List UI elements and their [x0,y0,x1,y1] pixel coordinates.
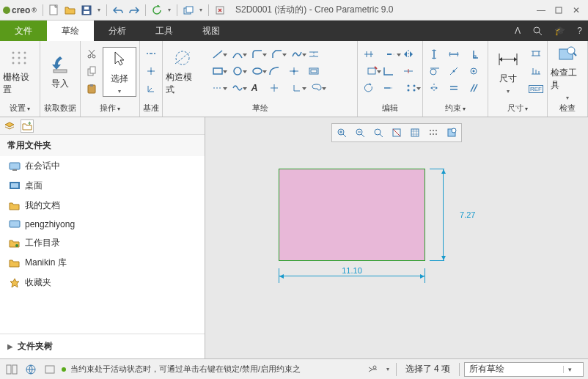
folder-item-user[interactable]: pengzhiyong [0,216,205,233]
ellipse-tool-icon[interactable] [246,64,268,78]
delete-seg-icon[interactable] [361,64,383,78]
folder-item-manikin[interactable]: Manikin 库 [0,253,205,273]
group-constraint-label[interactable]: 约束 [426,101,485,115]
project-tool-icon[interactable] [286,64,302,78]
zoom-out-icon[interactable] [352,125,368,140]
folder-tree-header[interactable]: ▶ 文件夹树 [0,334,205,358]
repaint-icon[interactable] [389,125,405,140]
rectangle-tool-icon[interactable] [207,64,229,78]
help-icon[interactable]: ? [571,21,588,41]
group-dimension-label[interactable]: 尺寸 [491,101,544,115]
zoom-in-icon[interactable] [334,125,350,140]
ribbon-collapse-icon[interactable]: ᐱ [509,21,526,41]
spline-tool-icon[interactable] [286,47,308,62]
chevron-down-icon[interactable]: ▾ [563,366,583,373]
height-dimension[interactable]: 7.27 [430,169,444,261]
vertical-constraint-icon[interactable] [426,47,442,62]
save-icon[interactable] [79,3,94,18]
sketcher-display-icon[interactable] [444,125,460,140]
search-icon[interactable] [526,21,548,41]
cut-icon[interactable] [84,46,100,61]
datum-point-icon[interactable] [143,64,159,78]
windows-dropdown-icon[interactable]: ▾ [197,3,205,18]
sb-browser-icon[interactable] [23,363,38,376]
ordinate-dim-icon[interactable] [528,64,544,78]
selection-filter-combo[interactable]: 所有草绘 ▾ [464,362,584,377]
folder-item-session[interactable]: 在会话中 [0,156,205,176]
regen-dropdown-icon[interactable]: ▾ [166,3,173,18]
group-operate-label[interactable]: 操作 [84,101,136,115]
folder-item-workdir[interactable]: 工作目录 [0,233,205,253]
perpendicular-constraint-icon[interactable] [466,47,482,62]
find-icon[interactable] [365,363,380,376]
sine-tool-icon[interactable] [227,81,249,95]
palette-tool-icon[interactable] [306,81,328,95]
tab-view[interactable]: 视图 [188,21,235,41]
parallel-constraint-icon[interactable] [466,81,482,95]
corner-icon[interactable] [381,64,397,78]
import-button[interactable]: 导入 [43,54,77,90]
trim-icon[interactable] [381,47,403,62]
folder-tab-icon[interactable] [21,119,34,133]
redo-icon[interactable] [127,3,142,18]
symmetric-constraint-icon[interactable] [426,81,442,95]
modify-icon[interactable] [361,47,377,62]
folder-item-favorites[interactable]: 收藏夹 [0,273,205,292]
point-tool-icon[interactable] [266,81,282,95]
sb-model-tree-icon[interactable] [4,363,19,376]
centerline-icon[interactable] [143,46,159,61]
midpoint-constraint-icon[interactable] [446,64,462,78]
close-doc-icon[interactable] [213,3,227,18]
save-dropdown-icon[interactable]: ▾ [95,3,103,18]
arc-tool-icon[interactable] [227,47,249,62]
window-maximize-icon[interactable] [550,3,567,18]
coord-sys-icon[interactable] [143,81,159,96]
tab-tools[interactable]: 工具 [141,21,188,41]
offset-tool-icon[interactable] [306,47,322,62]
sketch-rectangle[interactable] [279,169,425,261]
fillet-tool-icon[interactable] [246,47,268,62]
tab-analysis[interactable]: 分析 [94,21,141,41]
sb-panel-icon[interactable] [43,363,57,376]
line-tool-icon[interactable] [207,47,229,62]
sketch-view-icon[interactable] [407,125,423,140]
tab-file[interactable]: 文件 [0,21,47,41]
undo-icon[interactable] [111,3,125,18]
pattern-icon[interactable] [400,81,422,95]
coord-tool-icon[interactable] [286,81,308,95]
layers-tab-icon[interactable] [3,119,16,133]
inspect-button[interactable]: 检查工具 ▾ [551,43,584,101]
learn-icon[interactable]: 🎓 [548,21,571,41]
window-minimize-icon[interactable]: — [532,3,550,18]
display-dropdown-icon[interactable] [425,125,441,140]
graphics-canvas[interactable]: 11.10 7.27 [205,117,588,358]
coincident-constraint-icon[interactable] [466,64,482,78]
equal-constraint-icon[interactable] [446,81,462,95]
width-dimension[interactable]: 11.10 [279,268,425,283]
construct-line-icon[interactable] [207,81,229,95]
text-tool-icon[interactable]: A [246,81,262,95]
thicken-tool-icon[interactable] [306,64,322,78]
copy-icon[interactable] [84,64,100,78]
find-dropdown-icon[interactable]: ▾ [384,363,392,376]
open-file-icon[interactable] [63,3,78,18]
baseline-dim-icon[interactable] [528,46,544,61]
chamfer-tool-icon[interactable] [266,47,288,62]
tangent-constraint-icon[interactable] [426,64,442,78]
tab-sketch[interactable]: 草绘 [47,21,94,41]
mirror-icon[interactable] [400,47,416,62]
circle-tool-icon[interactable] [227,64,249,78]
folder-item-docs[interactable]: 我的文档 [0,196,205,216]
paste-icon[interactable] [84,81,100,96]
rotate-resize-icon[interactable] [361,81,377,95]
dimension-button[interactable]: 尺寸 ▾ [491,49,525,95]
divide-icon[interactable] [400,64,416,78]
construction-mode-button[interactable]: 构造模式 [166,48,199,96]
conic-tool-icon[interactable] [266,64,282,78]
horizontal-constraint-icon[interactable] [446,47,462,62]
ref-dim-icon[interactable]: REF [528,81,544,96]
select-button[interactable]: 选择 ▾ [103,47,136,97]
regenerate-icon[interactable] [150,3,164,18]
windows-icon[interactable] [181,3,196,18]
group-settings-label[interactable]: 设置 [3,101,37,115]
